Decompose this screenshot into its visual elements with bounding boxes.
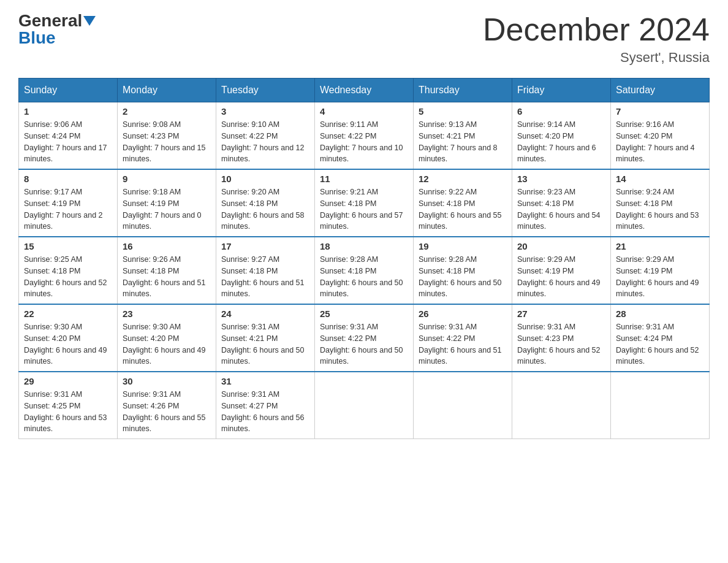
- day-number: 8: [24, 174, 112, 184]
- table-row: 23 Sunrise: 9:30 AM Sunset: 4:20 PM Dayl…: [118, 304, 216, 372]
- day-number: 9: [123, 174, 211, 184]
- day-number: 20: [517, 241, 605, 251]
- table-row: 24 Sunrise: 9:31 AM Sunset: 4:21 PM Dayl…: [216, 304, 315, 372]
- day-info: Sunrise: 9:18 AM Sunset: 4:19 PM Dayligh…: [123, 186, 211, 232]
- day-info: Sunrise: 9:31 AM Sunset: 4:22 PM Dayligh…: [320, 321, 408, 367]
- calendar-body: 1 Sunrise: 9:06 AM Sunset: 4:24 PM Dayli…: [19, 102, 710, 439]
- table-row: [512, 372, 611, 439]
- col-tuesday: Tuesday: [216, 79, 315, 102]
- day-info: Sunrise: 9:27 AM Sunset: 4:18 PM Dayligh…: [221, 254, 309, 300]
- day-number: 3: [221, 106, 309, 117]
- table-row: 8 Sunrise: 9:17 AM Sunset: 4:19 PM Dayli…: [19, 169, 118, 237]
- table-row: 5 Sunrise: 9:13 AM Sunset: 4:21 PM Dayli…: [414, 102, 512, 170]
- day-info: Sunrise: 9:29 AM Sunset: 4:19 PM Dayligh…: [517, 254, 605, 300]
- day-number: 30: [123, 376, 211, 386]
- day-number: 13: [517, 174, 605, 184]
- title-block: December 2024 Sysert', Russia: [483, 12, 710, 66]
- table-row: 6 Sunrise: 9:14 AM Sunset: 4:20 PM Dayli…: [512, 102, 611, 170]
- day-number: 28: [616, 308, 704, 319]
- day-number: 19: [419, 241, 507, 251]
- day-info: Sunrise: 9:26 AM Sunset: 4:18 PM Dayligh…: [123, 254, 211, 300]
- table-row: 26 Sunrise: 9:31 AM Sunset: 4:22 PM Dayl…: [414, 304, 512, 372]
- table-row: 19 Sunrise: 9:28 AM Sunset: 4:18 PM Dayl…: [414, 237, 512, 304]
- day-number: 1: [24, 106, 112, 117]
- table-row: 22 Sunrise: 9:30 AM Sunset: 4:20 PM Dayl…: [19, 304, 118, 372]
- logo: General Blue: [18, 12, 96, 47]
- col-friday: Friday: [512, 79, 611, 102]
- day-info: Sunrise: 9:30 AM Sunset: 4:20 PM Dayligh…: [24, 321, 112, 367]
- day-number: 2: [123, 106, 211, 117]
- day-number: 12: [419, 174, 507, 184]
- table-row: 13 Sunrise: 9:23 AM Sunset: 4:18 PM Dayl…: [512, 169, 611, 237]
- day-info: Sunrise: 9:17 AM Sunset: 4:19 PM Dayligh…: [24, 186, 112, 232]
- day-info: Sunrise: 9:31 AM Sunset: 4:22 PM Dayligh…: [419, 321, 507, 367]
- table-row: 31 Sunrise: 9:31 AM Sunset: 4:27 PM Dayl…: [216, 372, 315, 439]
- col-sunday: Sunday: [19, 79, 118, 102]
- col-monday: Monday: [118, 79, 216, 102]
- table-row: 29 Sunrise: 9:31 AM Sunset: 4:25 PM Dayl…: [19, 372, 118, 439]
- day-number: 23: [123, 308, 211, 319]
- day-number: 11: [320, 174, 408, 184]
- calendar-table: Sunday Monday Tuesday Wednesday Thursday…: [18, 78, 710, 439]
- day-number: 25: [320, 308, 408, 319]
- day-number: 26: [419, 308, 507, 319]
- day-number: 15: [24, 241, 112, 251]
- month-title: December 2024: [483, 12, 710, 47]
- table-row: 4 Sunrise: 9:11 AM Sunset: 4:22 PM Dayli…: [315, 102, 414, 170]
- table-row: 10 Sunrise: 9:20 AM Sunset: 4:18 PM Dayl…: [216, 169, 315, 237]
- day-info: Sunrise: 9:24 AM Sunset: 4:18 PM Dayligh…: [616, 186, 704, 232]
- day-number: 22: [24, 308, 112, 319]
- day-number: 31: [221, 376, 309, 386]
- day-info: Sunrise: 9:30 AM Sunset: 4:20 PM Dayligh…: [123, 321, 211, 367]
- location: Sysert', Russia: [483, 50, 710, 66]
- col-wednesday: Wednesday: [315, 79, 414, 102]
- table-row: 25 Sunrise: 9:31 AM Sunset: 4:22 PM Dayl…: [315, 304, 414, 372]
- table-row: 20 Sunrise: 9:29 AM Sunset: 4:19 PM Dayl…: [512, 237, 611, 304]
- day-number: 14: [616, 174, 704, 184]
- table-row: 17 Sunrise: 9:27 AM Sunset: 4:18 PM Dayl…: [216, 237, 315, 304]
- day-info: Sunrise: 9:25 AM Sunset: 4:18 PM Dayligh…: [24, 254, 112, 300]
- day-number: 10: [221, 174, 309, 184]
- day-info: Sunrise: 9:31 AM Sunset: 4:21 PM Dayligh…: [221, 321, 309, 367]
- day-info: Sunrise: 9:31 AM Sunset: 4:27 PM Dayligh…: [221, 389, 309, 435]
- day-number: 29: [24, 376, 112, 386]
- logo-general: General: [18, 12, 82, 29]
- day-info: Sunrise: 9:10 AM Sunset: 4:22 PM Dayligh…: [221, 119, 309, 165]
- day-info: Sunrise: 9:16 AM Sunset: 4:20 PM Dayligh…: [616, 119, 704, 165]
- day-info: Sunrise: 9:06 AM Sunset: 4:24 PM Dayligh…: [24, 119, 112, 165]
- day-info: Sunrise: 9:29 AM Sunset: 4:19 PM Dayligh…: [616, 254, 704, 300]
- page-header: General Blue December 2024 Sysert', Russ…: [18, 12, 710, 66]
- day-number: 24: [221, 308, 309, 319]
- day-info: Sunrise: 9:11 AM Sunset: 4:22 PM Dayligh…: [320, 119, 408, 165]
- weekday-header-row: Sunday Monday Tuesday Wednesday Thursday…: [19, 79, 710, 102]
- table-row: 30 Sunrise: 9:31 AM Sunset: 4:26 PM Dayl…: [118, 372, 216, 439]
- day-info: Sunrise: 9:31 AM Sunset: 4:26 PM Dayligh…: [123, 389, 211, 435]
- day-info: Sunrise: 9:21 AM Sunset: 4:18 PM Dayligh…: [320, 186, 408, 232]
- day-info: Sunrise: 9:28 AM Sunset: 4:18 PM Dayligh…: [419, 254, 507, 300]
- day-number: 6: [517, 106, 605, 117]
- logo-blue: Blue: [18, 29, 56, 47]
- table-row: 21 Sunrise: 9:29 AM Sunset: 4:19 PM Dayl…: [611, 237, 710, 304]
- logo-arrow-icon: [83, 16, 96, 26]
- day-number: 5: [419, 106, 507, 117]
- table-row: 3 Sunrise: 9:10 AM Sunset: 4:22 PM Dayli…: [216, 102, 315, 170]
- day-info: Sunrise: 9:23 AM Sunset: 4:18 PM Dayligh…: [517, 186, 605, 232]
- table-row: [611, 372, 710, 439]
- day-info: Sunrise: 9:20 AM Sunset: 4:18 PM Dayligh…: [221, 186, 309, 232]
- table-row: 16 Sunrise: 9:26 AM Sunset: 4:18 PM Dayl…: [118, 237, 216, 304]
- day-number: 7: [616, 106, 704, 117]
- table-row: 11 Sunrise: 9:21 AM Sunset: 4:18 PM Dayl…: [315, 169, 414, 237]
- day-number: 27: [517, 308, 605, 319]
- table-row: 2 Sunrise: 9:08 AM Sunset: 4:23 PM Dayli…: [118, 102, 216, 170]
- day-info: Sunrise: 9:22 AM Sunset: 4:18 PM Dayligh…: [419, 186, 507, 232]
- table-row: 1 Sunrise: 9:06 AM Sunset: 4:24 PM Dayli…: [19, 102, 118, 170]
- table-row: 27 Sunrise: 9:31 AM Sunset: 4:23 PM Dayl…: [512, 304, 611, 372]
- day-number: 21: [616, 241, 704, 251]
- col-thursday: Thursday: [414, 79, 512, 102]
- table-row: [414, 372, 512, 439]
- day-info: Sunrise: 9:13 AM Sunset: 4:21 PM Dayligh…: [419, 119, 507, 165]
- day-number: 18: [320, 241, 408, 251]
- day-number: 4: [320, 106, 408, 117]
- day-info: Sunrise: 9:31 AM Sunset: 4:24 PM Dayligh…: [616, 321, 704, 367]
- table-row: 14 Sunrise: 9:24 AM Sunset: 4:18 PM Dayl…: [611, 169, 710, 237]
